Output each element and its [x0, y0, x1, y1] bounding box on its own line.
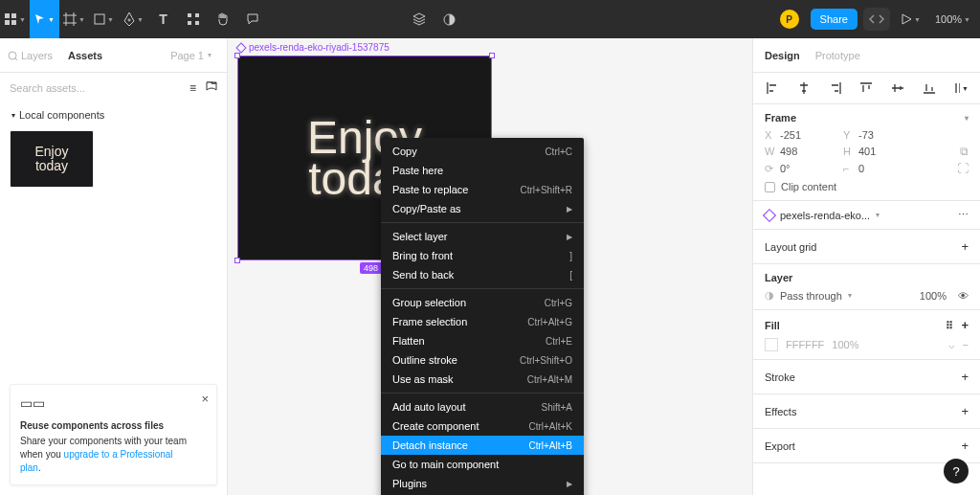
book-icon: ▭▭	[20, 394, 193, 414]
fill-swatch[interactable]	[765, 338, 778, 351]
text-tool-button[interactable]: T	[148, 0, 178, 38]
add-effect-button[interactable]: +	[961, 404, 969, 418]
user-avatar[interactable]: P	[780, 10, 799, 29]
hand-tool-button[interactable]	[208, 0, 237, 38]
link-dimensions-icon[interactable]: ⧉	[960, 145, 969, 158]
add-fill-button[interactable]: +	[961, 318, 969, 332]
corner-input[interactable]: 0	[858, 163, 864, 174]
assets-search-input[interactable]: Search assets...	[10, 82, 85, 94]
pen-tool-button[interactable]: ▼	[119, 0, 148, 38]
svg-rect-2	[5, 20, 10, 25]
context-menu-item[interactable]: Select layer▶	[381, 227, 584, 246]
align-hcenter-icon[interactable]	[796, 80, 812, 96]
frame-tool-button[interactable]: ▼	[59, 0, 89, 38]
context-menu-item[interactable]: Use as maskCtrl+Alt+M	[381, 370, 584, 389]
align-left-icon[interactable]	[765, 80, 780, 96]
blend-icon: ◑	[765, 289, 774, 302]
right-panel: Design Prototype ▼ Frame▾ X-251 Y-73 W49…	[752, 38, 980, 495]
resize-handle-tr[interactable]	[489, 53, 495, 58]
svg-rect-7	[188, 21, 191, 25]
w-input[interactable]: 498	[780, 146, 797, 157]
context-menu-item[interactable]: Paste here	[381, 161, 584, 180]
fill-opacity-input[interactable]: 100%	[832, 339, 858, 350]
context-menu-item[interactable]: Outline strokeCtrl+Shift+O	[381, 350, 584, 370]
component-thumbnail[interactable]: Enjoytoday	[10, 130, 94, 188]
comment-tool-button[interactable]	[237, 0, 267, 38]
fill-section: Fill⠿+ FFFFFF 100% ⌵−	[753, 310, 980, 360]
frame-dropdown-icon[interactable]: ▾	[965, 114, 969, 123]
instance-icon	[763, 208, 776, 221]
remove-fill-icon[interactable]: −	[963, 339, 969, 351]
context-menu-item[interactable]: FlattenCtrl+E	[381, 331, 584, 350]
resources-button[interactable]	[178, 0, 208, 38]
fill-styles-icon[interactable]: ⠿	[946, 320, 953, 331]
tidy-up-icon[interactable]: ▼	[953, 80, 969, 96]
context-menu-item[interactable]: Group selectionCtrl+G	[381, 293, 584, 312]
go-main-icon[interactable]: ⋯	[958, 209, 969, 221]
align-top-icon[interactable]	[858, 80, 874, 96]
blend-mode-dropdown[interactable]: Pass through	[780, 290, 842, 302]
context-menu-item[interactable]: Detach instanceCtrl+Alt+B	[381, 436, 584, 455]
h-input[interactable]: 401	[858, 146, 876, 157]
library-icon[interactable]	[206, 81, 217, 95]
main-menu-button[interactable]: ▼	[0, 0, 30, 38]
visibility-icon[interactable]: 👁	[958, 290, 969, 302]
layer-opacity-input[interactable]: 100%	[920, 290, 947, 302]
context-menu-item[interactable]: Frame selectionCtrl+Alt+G	[381, 312, 584, 331]
canvas[interactable]: pexels-renda-eko-riyadi-1537875 Enjoytod…	[228, 38, 752, 495]
instance-row[interactable]: pexels-renda-eko...▾ ⋯	[753, 201, 980, 230]
close-icon[interactable]: ×	[201, 391, 209, 408]
theme-toggle-button[interactable]	[434, 0, 464, 38]
x-input[interactable]: -251	[780, 129, 801, 141]
align-right-icon[interactable]	[828, 80, 843, 96]
frame-label[interactable]: pexels-renda-eko-riyadi-1537875	[237, 42, 390, 53]
add-export-button[interactable]: +	[961, 439, 969, 453]
context-menu-item[interactable]: Bring to front]	[381, 246, 584, 265]
svg-rect-8	[195, 21, 199, 25]
page-dropdown[interactable]: Page 1▾	[163, 50, 219, 61]
clip-label: Clip content	[781, 181, 836, 192]
add-layout-grid-button[interactable]: +	[961, 239, 969, 254]
export-section: Export +	[753, 429, 980, 463]
help-button[interactable]: ?	[944, 459, 969, 484]
resize-handle-tl[interactable]	[234, 53, 240, 58]
assets-tab[interactable]: Assets	[60, 50, 110, 61]
context-menu-item[interactable]: Plugins▶	[381, 474, 584, 493]
layers-tab[interactable]: Layers	[0, 50, 60, 61]
y-input[interactable]: -73	[858, 129, 874, 141]
context-menu-item[interactable]: Create componentCtrl+Alt+K	[381, 416, 584, 436]
context-menu-item[interactable]: Send to back[	[381, 265, 584, 284]
zoom-dropdown[interactable]: 100%▼	[925, 13, 980, 25]
fill-visibility-icon[interactable]: ⌵	[948, 339, 955, 351]
independent-corners-icon[interactable]: ⛶	[957, 162, 969, 175]
dev-handoff-button[interactable]	[863, 8, 890, 31]
context-menu-item[interactable]: CopyCtrl+C	[381, 142, 584, 161]
instance-icon	[235, 42, 246, 53]
prototype-tab[interactable]: Prototype	[815, 50, 860, 61]
left-panel: Layers Assets Page 1▾ Search assets... ≡…	[0, 38, 228, 495]
list-view-icon[interactable]: ≡	[189, 81, 196, 95]
design-tab[interactable]: Design	[765, 50, 800, 61]
context-menu-item[interactable]: Go to main component	[381, 455, 584, 474]
move-tool-button[interactable]: ▼	[30, 0, 59, 38]
resize-handle-bl[interactable]	[234, 258, 240, 263]
stroke-section: Stroke +	[753, 360, 980, 394]
svg-rect-5	[188, 13, 191, 17]
svg-rect-1	[11, 13, 16, 18]
fill-hex-input[interactable]: FFFFFF	[786, 339, 824, 350]
context-menu-item[interactable]: Copy/Paste as▶	[381, 199, 584, 218]
svg-rect-0	[5, 13, 10, 18]
corner-icon: ⌐	[843, 163, 853, 174]
add-stroke-button[interactable]: +	[961, 370, 969, 384]
align-vcenter-icon[interactable]	[890, 80, 905, 96]
clip-checkbox[interactable]	[765, 182, 775, 192]
context-menu-item[interactable]: Add auto layoutShift+A	[381, 397, 584, 416]
present-button[interactable]: ▼	[896, 0, 925, 38]
rotation-input[interactable]: 0°	[780, 163, 791, 174]
share-button[interactable]: Share	[811, 9, 858, 30]
dev-mode-icon[interactable]	[405, 0, 434, 38]
shape-tool-button[interactable]: ▼	[89, 0, 119, 38]
align-bottom-icon[interactable]	[922, 80, 937, 96]
context-menu-item[interactable]: Paste to replaceCtrl+Shift+R	[381, 180, 584, 199]
local-components-section[interactable]: ▾Local components	[0, 103, 227, 126]
